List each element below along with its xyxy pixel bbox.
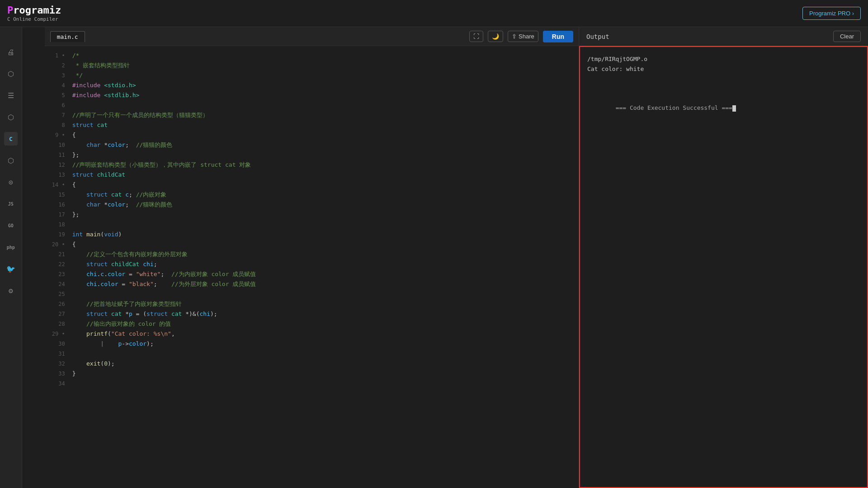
code-line-5: 5 #include <stdlib.h>: [45, 90, 579, 100]
code-line-21: 21 //定义一个包含有内嵌对象的外层对象: [45, 249, 579, 259]
code-line-14: 14 • {: [45, 180, 579, 190]
code-line-17: 17 };: [45, 210, 579, 220]
code-line-30: 30 | p->color);: [45, 339, 579, 349]
code-line-34: 34: [45, 379, 579, 389]
code-line-20: 20 • {: [45, 239, 579, 249]
sidebar-icon-c[interactable]: C: [4, 132, 18, 145]
sidebar-icon-settings[interactable]: ⚙: [4, 284, 18, 297]
editor-toolbar: main.c ⛶ 🌙 ⇧ Share Run: [45, 27, 579, 46]
run-button[interactable]: Run: [543, 31, 573, 42]
tab-main-c[interactable]: main.c: [50, 31, 85, 42]
sidebar-icon-print[interactable]: 🖨: [4, 45, 18, 59]
code-line-23: 23 chi.c.color = "white"; //为内嵌对象 color …: [45, 269, 579, 279]
sidebar-icon-g[interactable]: ⬡: [4, 154, 18, 167]
code-line-2: 2 * 嵌套结构类型指针: [45, 61, 579, 70]
pro-button[interactable]: Programiz PRO ›: [802, 7, 861, 20]
output-header: Output Clear: [579, 27, 868, 46]
output-panel[interactable]: /tmp/RIRqjtOGMP.o Cat color: white === C…: [579, 46, 868, 488]
code-line-19: 19 int main(void): [45, 230, 579, 239]
code-line-3: 3 */: [45, 70, 579, 80]
share-label: Share: [519, 33, 534, 40]
code-line-32: 32 exit(0);: [45, 359, 579, 369]
clear-button[interactable]: Clear: [833, 31, 861, 42]
cursor: [732, 105, 736, 112]
sidebar-icon-list[interactable]: ☰: [4, 89, 18, 102]
code-line-1: 1 • /*: [45, 51, 579, 61]
code-line-8: 8 struct cat: [45, 120, 579, 130]
code-editor[interactable]: 1 • /* 2 * 嵌套结构类型指针 3 */ 4 #include <std…: [45, 46, 579, 488]
code-line-13: 13 struct childCat: [45, 170, 579, 180]
sidebar-icon-go[interactable]: GO: [4, 219, 18, 232]
theme-button[interactable]: 🌙: [488, 31, 503, 42]
code-line-33: 33 }: [45, 369, 579, 379]
code-line-16: 16 char *color; //猫咪的颜色: [45, 200, 579, 210]
fullscreen-button[interactable]: ⛶: [469, 31, 483, 42]
logo: Programiz: [7, 5, 61, 16]
code-line-22: 22 struct childCat chi;: [45, 259, 579, 269]
code-line-26: 26 //把首地址赋予了内嵌对象类型指针: [45, 299, 579, 309]
code-line-10: 10 char *color; //猫猫的颜色: [45, 140, 579, 150]
editor-area: main.c ⛶ 🌙 ⇧ Share Run 1 • /* 2 * 嵌套结构类型…: [45, 27, 579, 488]
sidebar: 🖨 ⬡ ☰ ⬡ C ⬡ ⊙ JS GO php 🐦 ⚙: [0, 0, 22, 488]
sidebar-icon-db[interactable]: ⬡: [4, 110, 18, 124]
code-line-9: 9 • {: [45, 130, 579, 140]
header: Programiz C Online Compiler Programiz PR…: [0, 0, 868, 27]
code-line-6: 6: [45, 100, 579, 110]
sidebar-icon-php[interactable]: php: [4, 240, 18, 254]
sidebar-icon-js[interactable]: JS: [4, 197, 18, 211]
code-line-24: 24 chi.color = "black"; //为外层对象 color 成员…: [45, 279, 579, 289]
fullscreen-icon: ⛶: [473, 33, 479, 40]
code-line-25: 25: [45, 289, 579, 299]
logo-p: P: [7, 5, 13, 16]
code-line-29: 29 • printf("Cat color: %s\n",: [45, 329, 579, 339]
logo-subtitle: C Online Compiler: [7, 16, 61, 22]
output-line-empty: [587, 74, 860, 84]
logo-rest: rogramiz: [13, 5, 61, 16]
code-line-12: 12 //声明嵌套结构类型（小猫类型），其中内嵌了 struct cat 对象: [45, 160, 579, 170]
code-line-18: 18: [45, 220, 579, 230]
logo-area: Programiz C Online Compiler: [7, 5, 61, 22]
code-line-27: 27 struct cat *p = (struct cat *)&(chi);: [45, 309, 579, 319]
main-layout: main.c ⛶ 🌙 ⇧ Share Run 1 • /* 2 * 嵌套结构类型…: [45, 27, 868, 488]
output-line-2: Cat color: white: [587, 64, 860, 74]
code-line-4: 4 #include <stdio.h>: [45, 80, 579, 90]
code-line-28: 28 //输出内嵌对象的 color 的值: [45, 319, 579, 329]
moon-icon: 🌙: [492, 33, 499, 40]
sidebar-icon-hex[interactable]: ⬡: [4, 67, 18, 80]
output-success: === Code Execution Successful ===: [587, 93, 860, 123]
sidebar-icon-r[interactable]: ⊙: [4, 175, 18, 189]
sidebar-icon-swift[interactable]: 🐦: [4, 262, 18, 276]
share-button[interactable]: ⇧ Share: [508, 31, 538, 42]
code-line-7: 7 //声明了一个只有一个成员的结构类型（猫猫类型）: [45, 110, 579, 120]
output-area: Output Clear /tmp/RIRqjtOGMP.o Cat color…: [579, 27, 868, 488]
output-line-1: /tmp/RIRqjtOGMP.o: [587, 54, 860, 64]
output-title: Output: [586, 33, 609, 40]
code-line-31: 31: [45, 349, 579, 359]
code-line-15: 15 struct cat c; //内嵌对象: [45, 190, 579, 200]
code-line-11: 11 };: [45, 150, 579, 160]
share-icon: ⇧: [512, 33, 517, 40]
